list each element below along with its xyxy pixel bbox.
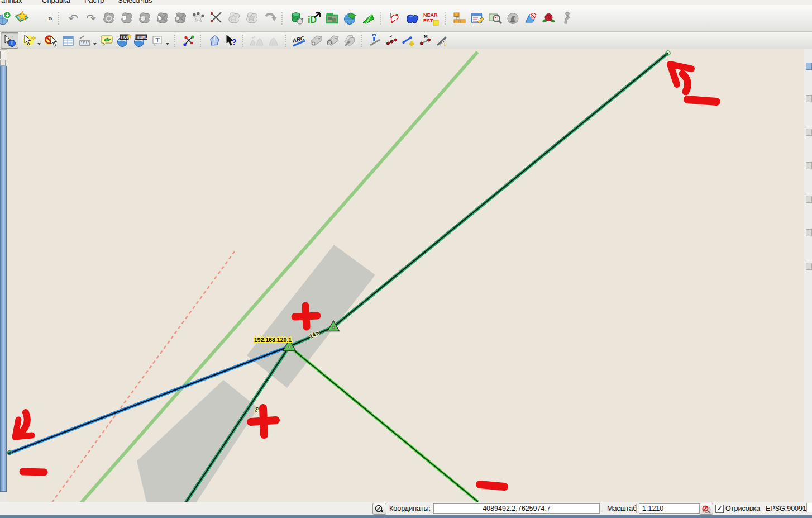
lrs-events-icon[interactable] (384, 33, 400, 48)
left-collapsed-panel (0, 49, 7, 502)
checkmark-icon: ✓ (717, 506, 722, 512)
annotation-arrow-down-left (21, 412, 27, 433)
panel-fragment (806, 95, 812, 102)
status-bar: Координаты: 4089492.2,7625974.7 Масштаб … (0, 502, 812, 515)
select-glow-cursor-icon[interactable] (21, 33, 37, 48)
coordinates-label: Координаты: (389, 505, 431, 512)
divider (636, 504, 637, 513)
text-annotation-icon[interactable]: T (149, 33, 166, 48)
reshape-nodes-icon[interactable] (189, 9, 207, 28)
blue-x-icon[interactable] (522, 9, 540, 28)
mouse-position-toggle[interactable] (372, 503, 386, 515)
nearest-tool-icon[interactable]: NEAREST (422, 9, 442, 28)
panel-box-icon[interactable] (0, 60, 6, 66)
histogram-icon[interactable] (265, 33, 282, 48)
histogram-stretch-icon[interactable] (249, 33, 265, 48)
render-checkbox[interactable]: ✓ (715, 505, 724, 513)
trunk-line-casing (185, 53, 668, 502)
merge-features-icon[interactable] (225, 9, 243, 28)
lrs-measure-m-icon[interactable]: M (417, 33, 434, 48)
delete-ring-icon[interactable] (136, 9, 154, 28)
chevron-down-icon[interactable] (166, 43, 169, 45)
chevron-down-icon[interactable] (37, 43, 41, 45)
panel-fragment (806, 162, 812, 169)
menu-item-help[interactable]: Справка (42, 0, 70, 4)
svg-text:i: i (444, 41, 446, 47)
rose-plugin-icon[interactable] (540, 9, 558, 28)
identify-id-icon[interactable]: iD (305, 9, 323, 28)
attribute-table-icon[interactable] (60, 33, 77, 48)
raster-frame-icon[interactable] (323, 9, 341, 28)
digitize-red-icon[interactable] (386, 9, 404, 28)
bookmark-home-globe-icon[interactable]: HOME (132, 33, 149, 48)
lrs-info-icon[interactable]: i (434, 33, 451, 48)
undo-icon[interactable]: ↶ (64, 9, 82, 28)
deselect-cursor-icon[interactable] (43, 33, 60, 48)
bookmark-hot-globe-icon[interactable]: HOT (116, 33, 132, 48)
panel-fragment (806, 229, 812, 236)
delete-ring-x-icon[interactable] (171, 9, 189, 28)
epsg-label: EPSG:900913 (766, 505, 810, 512)
svg-text:M: M (424, 34, 428, 39)
bottom-blue-strip (0, 515, 812, 518)
divider (603, 504, 603, 513)
menu-item-raster[interactable]: Растр (84, 0, 104, 4)
lrs-calibrate-icon[interactable] (367, 33, 384, 48)
whats-this-cursor-icon[interactable]: ? (223, 33, 240, 48)
toolbar-main: » ↶ ↷ iD (0, 5, 812, 32)
label-tag-settings-icon[interactable] (341, 33, 358, 48)
map-tips-icon[interactable] (99, 33, 116, 48)
map-canvas[interactable]: 192.168.120.1 14> <0 (7, 49, 804, 502)
status-grip (806, 503, 812, 512)
identify-cursor-icon[interactable]: i (1, 32, 18, 49)
panel-box-icon[interactable] (0, 51, 6, 59)
menu-item-data[interactable]: анных (1, 0, 22, 4)
merge-attributes-icon[interactable] (243, 9, 261, 28)
map-search-icon[interactable] (486, 9, 504, 28)
overflow-chevrons[interactable]: » (45, 9, 55, 28)
annotation-minus (480, 484, 504, 487)
chevron-down-icon[interactable] (93, 43, 97, 45)
node-ip-label: 192.168.120.1 (254, 336, 292, 343)
lrs-add-route-icon[interactable] (400, 33, 417, 48)
move-feature-icon[interactable] (100, 9, 118, 28)
labeling-abc-icon[interactable]: ABC (291, 33, 308, 48)
attribute-editor-icon[interactable] (469, 9, 486, 28)
annotation-minus (23, 472, 44, 472)
menu-bar: анных Справка Растр SelectPlus (0, 0, 812, 5)
scale-label: Масштаб (607, 505, 637, 512)
coordinates-input[interactable]: 4089492.2,7625974.7 (433, 503, 600, 514)
node-tool-icon[interactable] (180, 33, 197, 48)
split-features-icon[interactable] (207, 9, 225, 28)
pale-green-line (81, 52, 477, 502)
map-svg: 192.168.120.1 14> <0 (7, 49, 804, 502)
left-panel-scrollbar[interactable] (0, 66, 7, 492)
panel-fragment (806, 63, 812, 70)
right-cutoff-panel (804, 49, 812, 502)
layer-star-map-icon[interactable] (13, 9, 31, 28)
green-kite-icon[interactable] (359, 9, 377, 28)
elephant-plugin-icon[interactable] (404, 9, 422, 28)
coordinates-value: 4089492.2,7625974.7 (483, 505, 551, 512)
label-tag-rotate-icon[interactable] (324, 33, 341, 48)
menu-item-selectplus[interactable]: SelectPlus (118, 0, 152, 4)
statue-globe-icon[interactable] (504, 9, 522, 28)
svg-text:ABC: ABC (292, 35, 305, 44)
rotate-feature-icon[interactable] (261, 9, 279, 28)
redo-icon[interactable]: ↷ (82, 9, 100, 28)
divider (431, 504, 431, 513)
measure-icon[interactable] (77, 33, 93, 48)
add-layer-globe-icon[interactable] (0, 9, 13, 28)
label-tag-move-icon[interactable] (308, 33, 324, 48)
delete-part-icon[interactable] (118, 9, 136, 28)
scale-input[interactable]: 1:1210 (639, 503, 701, 514)
web-globe-icon[interactable] (341, 9, 359, 28)
person-tool-icon[interactable] (558, 9, 576, 28)
stop-render-button[interactable] (699, 503, 713, 515)
delete-part-x-icon[interactable] (154, 9, 171, 28)
svg-text:EST: EST (423, 18, 433, 23)
db-manager-icon[interactable] (288, 9, 305, 28)
blue-polygon-icon[interactable] (206, 33, 223, 48)
panel-fragment (806, 129, 812, 136)
folder-tree-icon[interactable] (451, 9, 469, 28)
